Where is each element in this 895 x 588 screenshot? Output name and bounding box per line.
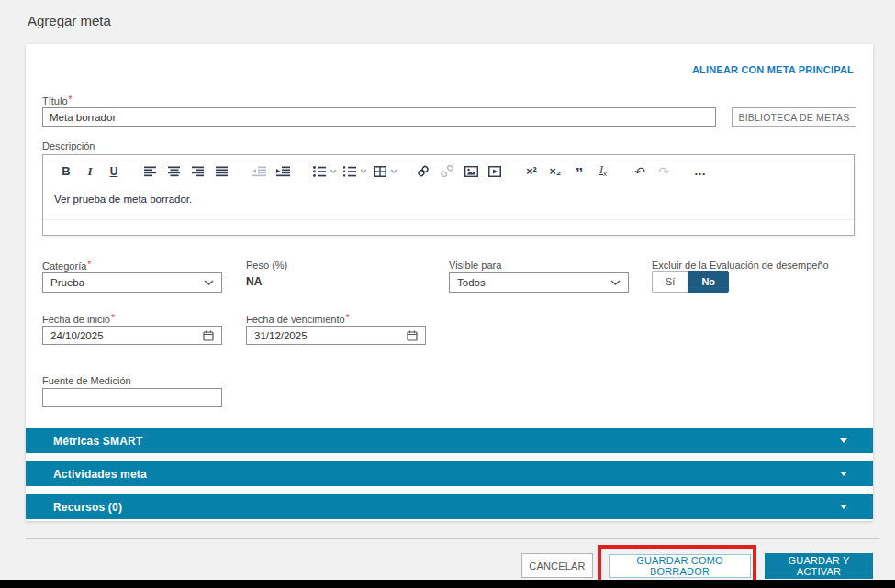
add-goal-card: ALINEAR CON META PRINCIPAL Título* BIBLI… [26, 44, 873, 521]
visible-para-select[interactable]: Todos [449, 272, 629, 293]
visible-para-label: Visible para [449, 260, 501, 271]
required-asterisk: * [346, 313, 350, 323]
editor-content[interactable]: Ver prueba de meta borrador. [43, 187, 854, 220]
page-title: Agregar meta [28, 13, 111, 28]
fuente-medicion-label: Fuente de Medición [42, 375, 131, 386]
unlink-icon [439, 162, 455, 181]
goal-library-button[interactable]: BIBLIOTECA DE METAS [732, 107, 856, 127]
table-dropdown-caret-icon[interactable] [390, 169, 397, 173]
redo-icon: ↷ [655, 162, 672, 181]
excluir-toggle: Sí No [652, 271, 729, 293]
excluir-label: Excluir de la Evaluación de desempeño [652, 260, 829, 271]
undo-icon[interactable]: ↶ [632, 162, 648, 181]
description-editor: BIU×²×₂”Ix↶↷… Ver prueba de meta borrado… [42, 154, 855, 236]
bold-icon[interactable]: B [58, 162, 74, 181]
caret-down-icon [840, 505, 847, 509]
align-justify-icon[interactable] [214, 162, 230, 181]
more-icon[interactable]: … [692, 162, 709, 181]
editor-toolbar: BIU×²×₂”Ix↶↷… [43, 155, 854, 187]
peso-label: Peso (%) [246, 260, 287, 271]
titulo-label: Título* [42, 94, 72, 106]
italic-icon[interactable]: I [82, 162, 98, 181]
descripcion-label: Descripción [42, 140, 95, 151]
caret-down-icon [840, 472, 847, 476]
categoria-label: Categoría* [42, 260, 91, 272]
toggle-option-si[interactable]: Sí [652, 271, 688, 293]
blockquote-icon[interactable]: ” [571, 162, 587, 181]
editor-footer [43, 220, 854, 234]
subscript-icon[interactable]: ×₂ [547, 162, 564, 181]
titulo-input[interactable] [42, 107, 716, 127]
table-icon[interactable] [372, 162, 388, 181]
footer-divider [26, 538, 879, 539]
save-as-draft-button[interactable]: GUARDAR COMO BORRADOR [609, 554, 751, 578]
bullet-list-dropdown-caret-icon[interactable] [330, 169, 337, 173]
link-icon[interactable] [415, 162, 431, 181]
numbered-list-icon[interactable] [341, 162, 358, 181]
fecha-inicio-label: Fecha de inicio* [42, 313, 115, 325]
align-right-icon[interactable] [190, 162, 207, 181]
save-and-activate-button[interactable]: GUARDAR Y ACTIVAR [765, 553, 873, 579]
outdent-icon [251, 162, 267, 181]
calendar-icon[interactable] [407, 330, 418, 341]
align-center-icon[interactable] [166, 162, 183, 181]
bullet-list-icon[interactable] [311, 162, 328, 181]
fecha-vencimiento-input[interactable]: 31/12/2025 [246, 326, 426, 345]
numbered-list-dropdown-caret-icon[interactable] [360, 169, 367, 173]
align-with-main-goal-link[interactable]: ALINEAR CON META PRINCIPAL [692, 64, 854, 75]
superscript-icon[interactable]: ×² [523, 162, 540, 181]
underline-icon[interactable]: U [106, 162, 122, 181]
section-metricas-smart[interactable]: Métricas SMART [26, 428, 873, 453]
peso-value: NA [246, 275, 262, 288]
video-icon[interactable] [487, 162, 503, 181]
fuente-medicion-input[interactable] [42, 388, 222, 407]
section-actividades-meta[interactable]: Actividades meta [26, 461, 873, 486]
fecha-vencimiento-label: Fecha de vencimiento* [246, 313, 350, 325]
clear-formatting-icon[interactable]: Ix [595, 162, 611, 181]
required-asterisk: * [69, 94, 73, 105]
chevron-down-icon [204, 280, 214, 285]
section-recursos[interactable]: Recursos (0) [26, 494, 873, 519]
toggle-option-no[interactable]: No [688, 271, 729, 293]
chevron-down-icon [610, 280, 621, 285]
image-icon[interactable] [463, 162, 479, 181]
bottom-black-bar [0, 580, 895, 588]
indent-icon[interactable] [274, 162, 291, 181]
required-asterisk: * [87, 260, 91, 270]
calendar-icon[interactable] [203, 330, 214, 341]
categoria-select[interactable]: Prueba [42, 272, 222, 293]
fecha-inicio-input[interactable]: 24/10/2025 [42, 326, 222, 345]
align-left-icon[interactable] [142, 162, 159, 181]
caret-down-icon [840, 438, 847, 443]
cancel-button[interactable]: CANCELAR [521, 553, 593, 578]
required-asterisk: * [111, 313, 115, 323]
